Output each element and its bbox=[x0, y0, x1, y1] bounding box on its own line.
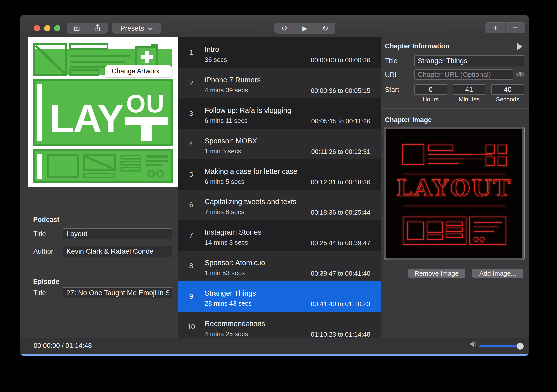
chapter-list: 1 Intro 36 secs 00:00:00 to 00:00:36 2 i… bbox=[178, 37, 381, 338]
undo-icon: ↺ bbox=[282, 24, 288, 33]
chapter-time-range: 00:41:40 to 01:10:23 bbox=[311, 300, 370, 308]
chapter-title: Making a case for letter case bbox=[205, 167, 298, 176]
chapter-time-range: 00:25:44 to 00:39:47 bbox=[311, 239, 370, 247]
episode-title-label: Title bbox=[34, 289, 46, 297]
chapter-row-selected[interactable]: 9 Stranger Things 28 mins 43 secs 00:41:… bbox=[178, 281, 381, 312]
chapter-title: Stranger Things bbox=[205, 289, 256, 297]
chapter-time-range: 00:00:00 to 00:00:36 bbox=[311, 56, 370, 64]
redo-icon: ↻ bbox=[322, 24, 328, 33]
chapter-image-header: Chapter Image bbox=[385, 116, 432, 124]
chapter-image-preview: LAYOUT bbox=[386, 129, 522, 258]
chapter-url-field[interactable] bbox=[414, 69, 513, 80]
play-chapter-icon[interactable] bbox=[517, 43, 522, 50]
chapter-number: 4 bbox=[184, 129, 199, 159]
chapter-title-field[interactable] bbox=[414, 55, 524, 66]
chapter-duration: 36 secs bbox=[205, 56, 227, 64]
chapter-time-range: 00:05:15 to 00:11:26 bbox=[311, 117, 370, 125]
chapter-duration: 1 min 53 secs bbox=[205, 269, 245, 277]
play-button[interactable]: ▶ bbox=[295, 23, 315, 34]
start-seconds-field[interactable]: 40 bbox=[492, 84, 524, 95]
transport-bar: 00:00:00 / 01:14:48 bbox=[20, 338, 529, 354]
chapter-time-range: 00:12:31 to 00:18:36 bbox=[311, 178, 370, 186]
chapter-duration: 4 mins 25 secs bbox=[205, 330, 248, 338]
import-icon bbox=[73, 24, 81, 33]
chapter-row[interactable]: 1 Intro 36 secs 00:00:00 to 00:00:36 bbox=[178, 37, 381, 68]
remove-chapter-button[interactable]: − bbox=[506, 22, 526, 33]
podcast-artwork-image: LAY OU bbox=[28, 37, 178, 187]
chapter-row[interactable]: 2 iPhone 7 Rumors 4 mins 39 secs 00:00:3… bbox=[178, 68, 381, 98]
chapter-number: 6 bbox=[184, 190, 199, 220]
speaker-icon[interactable] bbox=[470, 341, 478, 348]
chapter-number: 9 bbox=[184, 281, 199, 312]
chapter-number: 1 bbox=[184, 37, 199, 68]
start-minutes-field[interactable]: 41 bbox=[453, 84, 486, 95]
export-icon bbox=[93, 24, 102, 33]
divider bbox=[381, 37, 381, 338]
start-hours-field[interactable]: 0 bbox=[414, 84, 447, 95]
skip-forward-button[interactable]: ↻ bbox=[315, 23, 336, 34]
chapter-duration: 14 mins 3 secs bbox=[205, 239, 248, 246]
chapter-duration: 28 mins 43 secs bbox=[205, 300, 252, 307]
podcast-author-field[interactable] bbox=[63, 246, 172, 257]
skip-back-button[interactable]: ↺ bbox=[274, 23, 295, 34]
chapter-row[interactable]: 7 Instagram Stories 14 mins 3 secs 00:25… bbox=[178, 220, 381, 251]
volume-slider[interactable] bbox=[480, 345, 522, 347]
chapter-title: Follow up: Rafa is vlogging bbox=[205, 106, 292, 115]
zoom-window-button[interactable] bbox=[54, 25, 60, 31]
chapter-time-range: 01:10:23 to 01:14:48 bbox=[311, 331, 370, 338]
app-window: Presets ↺ ▶ ↻ + − bbox=[20, 15, 529, 356]
chapter-row[interactable]: 5 Making a case for letter case 6 mins 5… bbox=[178, 159, 381, 190]
chapter-row[interactable]: 8 Sponsor: Atomic.io 1 min 53 secs 00:39… bbox=[178, 251, 381, 281]
podcast-title-label: Title bbox=[34, 230, 46, 238]
chapter-title: Instagram Stories bbox=[205, 228, 262, 236]
episode-title-field[interactable] bbox=[63, 287, 172, 298]
playback-controls: ↺ ▶ ↻ bbox=[274, 23, 336, 34]
podcast-title-field[interactable] bbox=[63, 228, 172, 239]
chevron-down-icon bbox=[148, 24, 153, 32]
export-button[interactable] bbox=[87, 23, 108, 34]
chapter-number: 8 bbox=[184, 251, 199, 281]
section-divider bbox=[20, 268, 178, 268]
chapter-number: 5 bbox=[184, 159, 199, 190]
chapter-row[interactable]: 6 Capitalizing tweets and texts 7 mins 8… bbox=[178, 190, 381, 220]
chapter-duration: 4 mins 39 secs bbox=[205, 86, 248, 94]
time-readout: 00:00:00 / 01:14:48 bbox=[34, 338, 92, 353]
volume-slider-thumb[interactable] bbox=[517, 343, 524, 350]
chapter-duration: 1 min 5 secs bbox=[205, 147, 241, 155]
chapter-row[interactable]: 3 Follow up: Rafa is vlogging 6 mins 11 … bbox=[178, 98, 381, 129]
eye-icon[interactable] bbox=[516, 71, 525, 78]
minutes-caption: Minutes bbox=[453, 96, 486, 103]
chapter-row[interactable]: 10 Recommendations 4 mins 25 secs 01:10:… bbox=[178, 312, 381, 338]
seconds-caption: Seconds bbox=[492, 96, 524, 103]
chapter-number: 3 bbox=[184, 98, 199, 129]
plus-icon: + bbox=[493, 23, 498, 33]
add-chapter-button[interactable]: + bbox=[486, 22, 506, 33]
play-icon: ▶ bbox=[302, 25, 308, 32]
chapter-row[interactable]: 4 Sponsor: MOBX 1 min 5 secs 00:11:26 to… bbox=[178, 129, 381, 159]
chapter-image-well[interactable]: LAYOUT bbox=[384, 127, 525, 260]
import-export-control bbox=[67, 23, 108, 34]
add-image-button[interactable]: Add Image... bbox=[472, 269, 523, 278]
chapter-time-range: 00:00:36 to 00:05:15 bbox=[311, 87, 370, 95]
presets-dropdown[interactable]: Presets bbox=[112, 23, 161, 34]
artwork-logo-lay: LAY bbox=[50, 96, 124, 141]
minus-icon: − bbox=[513, 23, 518, 33]
close-window-button[interactable] bbox=[34, 25, 40, 31]
import-button[interactable] bbox=[67, 23, 87, 34]
chapter-title-label: Title bbox=[385, 57, 398, 65]
presets-label: Presets bbox=[120, 24, 144, 32]
chapter-time-range: 00:11:26 to 00:12:31 bbox=[311, 148, 370, 156]
chapter-start-label: Start bbox=[385, 86, 399, 94]
chapter-duration: 6 mins 5 secs bbox=[205, 178, 244, 186]
chapter-title: Sponsor: MOBX bbox=[205, 137, 257, 145]
sidebar-left: LAY OU Change Ar bbox=[20, 37, 178, 338]
add-remove-chapter-control: + − bbox=[486, 22, 526, 33]
minimize-window-button[interactable] bbox=[44, 25, 50, 31]
chapter-time-range: 00:39:47 to 00:41:40 bbox=[311, 270, 370, 277]
change-artwork-button[interactable]: Change Artwork... bbox=[105, 65, 172, 77]
chapter-title: Capitalizing tweets and texts bbox=[205, 198, 297, 206]
remove-image-button[interactable]: Remove Image bbox=[408, 269, 465, 278]
chapter-title: Sponsor: Atomic.io bbox=[205, 259, 265, 267]
chapter-number: 10 bbox=[184, 312, 199, 338]
chapter-duration: 7 mins 8 secs bbox=[205, 208, 244, 216]
